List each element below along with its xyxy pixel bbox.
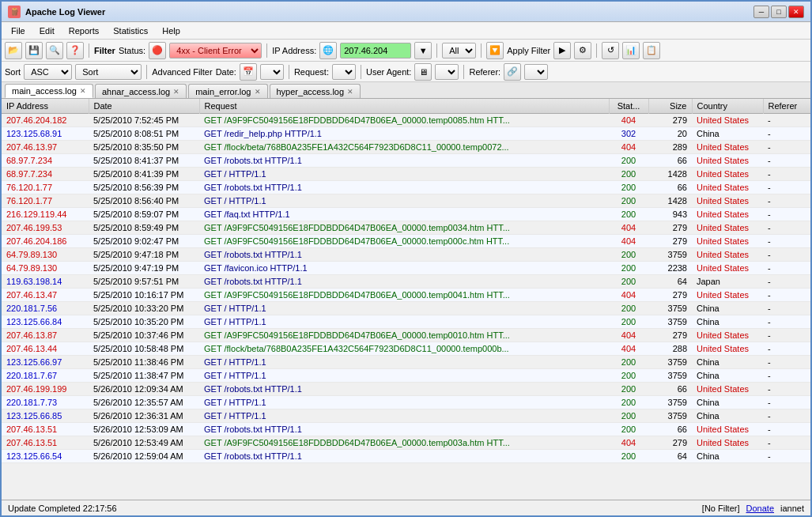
- table-row[interactable]: 207.46.199.1995/26/2010 12:09:34 AMGET /…: [2, 383, 810, 396]
- table-scroll[interactable]: IP Address Date Request Stat... Size Cou…: [2, 99, 810, 500]
- table-row[interactable]: 207.46.13.515/26/2010 12:53:09 AMGET /ro…: [2, 423, 810, 436]
- table-row[interactable]: 207.46.13.515/26/2010 12:53:49 AMGET /A9…: [2, 436, 810, 450]
- maximize-button[interactable]: □: [771, 6, 787, 18]
- cell-ip: 119.63.198.14: [2, 275, 89, 289]
- sort-field-dropdown[interactable]: Sort IP Address Date Status: [75, 64, 142, 80]
- cell-status: 200: [609, 194, 648, 208]
- cell-date: 5/25/2010 9:02:47 PM: [89, 235, 199, 248]
- table-row[interactable]: 207.46.13.475/25/2010 10:16:17 PMGET /A9…: [2, 289, 810, 302]
- table-row[interactable]: 76.120.1.775/25/2010 8:56:39 PMGET /robo…: [2, 181, 810, 194]
- donate-link[interactable]: Donate: [746, 504, 774, 513]
- cell-ip: 220.181.7.73: [2, 396, 89, 409]
- table-row[interactable]: 123.125.66.545/26/2010 12:59:04 AMGET /r…: [2, 450, 810, 463]
- table-row[interactable]: 68.97.7.2345/25/2010 8:41:37 PMGET /robo…: [2, 154, 810, 168]
- tab-ahnar-access[interactable]: ahnar_access.log ✕: [95, 84, 187, 98]
- filter-btn[interactable]: ▶: [553, 42, 571, 59]
- referer-label: Referer:: [469, 67, 500, 77]
- table-row[interactable]: 220.181.7.675/25/2010 11:38:47 PMGET / H…: [2, 369, 810, 383]
- all-dropdown[interactable]: All: [442, 43, 476, 58]
- export-btn2[interactable]: 📋: [643, 42, 660, 59]
- table-row[interactable]: 220.181.7.565/25/2010 10:33:20 PMGET / H…: [2, 302, 810, 315]
- menu-edit[interactable]: Edit: [33, 25, 61, 37]
- app-name: iannet: [780, 504, 804, 513]
- cell-country: United States: [692, 235, 763, 248]
- cell-status: 404: [609, 114, 648, 127]
- refresh-btn[interactable]: ↺: [602, 42, 619, 59]
- table-row[interactable]: 119.63.198.145/25/2010 9:57:51 PMGET /ro…: [2, 275, 810, 289]
- tab-hyper-access[interactable]: hyper_access.log ✕: [270, 84, 361, 98]
- cell-referer: -: [763, 289, 810, 302]
- ip-dropdown-btn[interactable]: ▼: [414, 42, 432, 59]
- th-country[interactable]: Country: [692, 99, 763, 114]
- menu-help[interactable]: Help: [156, 25, 187, 37]
- table-row[interactable]: 68.97.7.2345/25/2010 8:41:39 PMGET / HTT…: [2, 168, 810, 181]
- request-label: Request:: [294, 67, 329, 77]
- th-request[interactable]: Request: [199, 99, 609, 114]
- table-row[interactable]: 123.125.68.915/25/2010 8:08:51 PMGET /re…: [2, 127, 810, 141]
- table-row[interactable]: 123.125.66.855/26/2010 12:36:31 AMGET / …: [2, 409, 810, 423]
- referer-dropdown[interactable]: [524, 64, 548, 80]
- table-row[interactable]: 207.46.13.875/25/2010 10:37:46 PMGET /A9…: [2, 329, 810, 342]
- tab-close-1[interactable]: ✕: [173, 88, 179, 96]
- cell-date: 5/25/2010 10:16:17 PM: [89, 289, 199, 302]
- table-row[interactable]: 207.46.204.1825/25/2010 7:52:45 PMGET /A…: [2, 114, 810, 127]
- toolbar-btn-4[interactable]: ❓: [66, 42, 84, 59]
- toolbar-btn-1[interactable]: 📂: [5, 42, 22, 59]
- table-row[interactable]: 64.79.89.1305/25/2010 9:47:19 PMGET /fav…: [2, 262, 810, 275]
- toolbar-btn-2[interactable]: 💾: [25, 42, 43, 59]
- table-row[interactable]: 76.120.1.775/25/2010 8:56:40 PMGET / HTT…: [2, 194, 810, 208]
- cell-status: 404: [609, 436, 648, 450]
- cell-ip: 123.125.68.91: [2, 127, 89, 141]
- cell-status: 200: [609, 315, 648, 329]
- toolbar-btn-3[interactable]: 🔍: [46, 42, 63, 59]
- date-dropdown[interactable]: [260, 64, 284, 80]
- export-btn1[interactable]: 📊: [622, 42, 640, 59]
- settings-btn[interactable]: ⚙: [574, 42, 591, 59]
- tab-close-0[interactable]: ✕: [80, 87, 86, 95]
- close-button[interactable]: ✕: [788, 6, 804, 18]
- cell-status: 200: [609, 369, 648, 383]
- app-icon: 🪵: [8, 6, 21, 18]
- table-row[interactable]: 207.46.204.1865/25/2010 9:02:47 PMGET /A…: [2, 235, 810, 248]
- tab-main-error[interactable]: main_error.log ✕: [188, 84, 267, 98]
- th-ip[interactable]: IP Address: [2, 99, 89, 114]
- th-status[interactable]: Stat...: [609, 99, 648, 114]
- table-row[interactable]: 207.46.13.445/25/2010 10:58:48 PMGET /fl…: [2, 342, 810, 356]
- table-row[interactable]: 220.181.7.735/26/2010 12:35:57 AMGET / H…: [2, 396, 810, 409]
- th-size[interactable]: Size: [648, 99, 692, 114]
- cell-country: United States: [692, 383, 763, 396]
- table-row[interactable]: 207.46.199.535/25/2010 8:59:49 PMGET /A9…: [2, 221, 810, 235]
- cell-ip: 207.46.199.199: [2, 383, 89, 396]
- cell-country: China: [692, 369, 763, 383]
- useragent-dropdown[interactable]: [435, 64, 459, 80]
- tab-main-access[interactable]: main_access.log ✕: [5, 84, 93, 98]
- cell-date: 5/26/2010 12:53:49 AM: [89, 436, 199, 450]
- cell-status: 404: [609, 342, 648, 356]
- request-dropdown[interactable]: [332, 64, 356, 80]
- cell-referer: -: [763, 383, 810, 396]
- table-row[interactable]: 64.79.89.1305/25/2010 9:47:18 PMGET /rob…: [2, 248, 810, 262]
- asc-dropdown[interactable]: ASC DESC: [24, 64, 72, 80]
- table-row[interactable]: 123.125.66.845/25/2010 10:35:20 PMGET / …: [2, 315, 810, 329]
- status-dropdown[interactable]: 4xx - Client Error All 2xx - Success 3xx…: [169, 43, 262, 58]
- tab-close-3[interactable]: ✕: [347, 88, 353, 96]
- menu-file[interactable]: File: [5, 25, 32, 37]
- table-row[interactable]: 207.46.13.975/25/2010 8:35:50 PMGET /flo…: [2, 141, 810, 154]
- table-row[interactable]: 123.125.66.975/25/2010 11:38:46 PMGET / …: [2, 356, 810, 369]
- cell-ip: 76.120.1.77: [2, 194, 89, 208]
- th-referer[interactable]: Referer: [763, 99, 810, 114]
- menu-statistics[interactable]: Statistics: [107, 25, 154, 37]
- sep8: [361, 65, 361, 79]
- toolbar-filter: 📂 💾 🔍 ❓ Filter Status: 🔴 4xx - Client Er…: [2, 40, 810, 62]
- cell-referer: -: [763, 342, 810, 356]
- menu-reports[interactable]: Reports: [62, 25, 106, 37]
- tab-close-2[interactable]: ✕: [255, 88, 261, 96]
- cell-referer: -: [763, 315, 810, 329]
- cell-request: GET / HTTP/1.1: [199, 194, 609, 208]
- minimize-button[interactable]: ─: [753, 6, 769, 18]
- sort-label: Sort: [5, 67, 21, 77]
- update-text: Update Completed 22:17:56: [8, 504, 117, 513]
- table-row[interactable]: 216.129.119.445/25/2010 8:59:07 PMGET /f…: [2, 208, 810, 221]
- th-date[interactable]: Date: [89, 99, 199, 114]
- ip-input[interactable]: [340, 43, 411, 58]
